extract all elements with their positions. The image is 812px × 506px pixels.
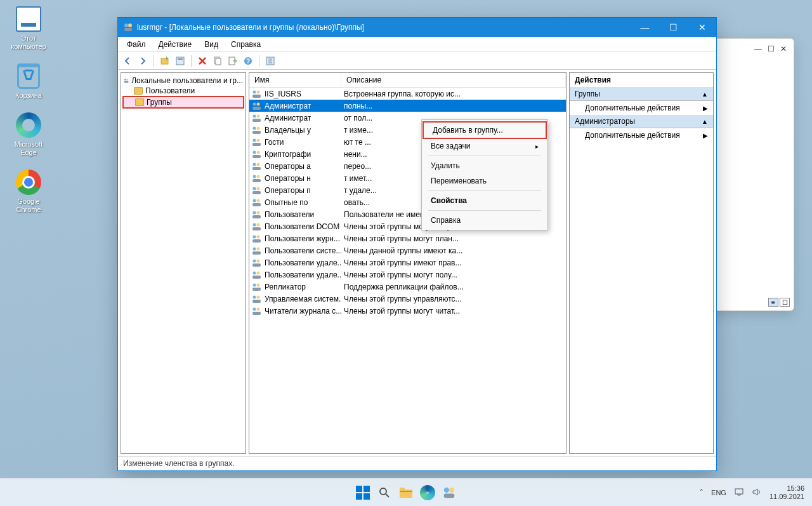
svg-point-76 <box>444 487 449 492</box>
svg-text:?: ? <box>246 58 250 65</box>
group-icon <box>252 295 262 303</box>
search-button[interactable] <box>376 484 393 502</box>
titlebar[interactable]: lusrmgr - [Локальные пользователи и груп… <box>118 18 716 37</box>
desktop-icon-chrome[interactable]: GoogleChrome <box>6 170 51 214</box>
actions-more-1[interactable]: Дополнительные действия▶ <box>570 101 713 115</box>
help-button[interactable]: ? <box>241 54 255 68</box>
edge-icon <box>16 112 41 138</box>
list-row[interactable]: Администратполны... <box>249 100 566 112</box>
menu-action[interactable]: Действие <box>154 39 197 50</box>
language-indicator[interactable]: ENG <box>711 489 726 496</box>
group-icon <box>252 270 262 279</box>
svg-rect-2 <box>124 28 132 31</box>
context-item[interactable]: Добавить в группу... <box>422 121 547 139</box>
refresh-button[interactable] <box>263 54 277 68</box>
clock[interactable]: 15:36 11.09.2021 <box>769 484 804 501</box>
folder-icon <box>134 87 143 95</box>
svg-rect-78 <box>444 493 455 498</box>
svg-rect-41 <box>252 191 261 194</box>
properties-button[interactable] <box>173 54 187 68</box>
view-list[interactable]: ☐ <box>780 298 790 307</box>
folder-icon <box>399 487 413 498</box>
network-icon[interactable] <box>734 488 744 498</box>
actions-header: Действия <box>570 73 713 88</box>
copy-button[interactable] <box>211 54 225 68</box>
minimize-button[interactable]: — <box>631 18 659 37</box>
list-row[interactable]: Читатели журнала с...Члены этой группы м… <box>249 305 566 317</box>
taskbar-edge[interactable] <box>419 484 436 502</box>
svg-rect-65 <box>252 288 261 291</box>
svg-point-19 <box>257 102 260 105</box>
svg-rect-75 <box>400 491 412 492</box>
group-icon <box>252 283 262 291</box>
actions-more-2[interactable]: Дополнительные действия▶ <box>570 128 713 142</box>
menu-help[interactable]: Справка <box>226 39 266 50</box>
minimize-button[interactable]: — <box>754 44 762 53</box>
recycle-bin-icon <box>17 63 40 89</box>
col-name[interactable]: Имя <box>249 73 341 87</box>
delete-button[interactable] <box>195 54 209 68</box>
tree-root[interactable]: Локальные пользователи и гр... <box>122 76 244 86</box>
group-icon <box>252 307 262 316</box>
svg-point-25 <box>257 126 260 130</box>
svg-rect-68 <box>252 300 261 303</box>
context-item[interactable]: Свойства <box>422 193 547 208</box>
group-icon <box>252 162 262 171</box>
menubar: Файл Действие Вид Справка <box>118 37 716 52</box>
view-details[interactable]: ≡ <box>768 298 778 307</box>
svg-rect-20 <box>252 107 261 110</box>
svg-rect-79 <box>735 489 743 494</box>
taskbar-lusrmgr[interactable] <box>440 484 458 502</box>
list-row[interactable]: Пользователи удале...Члены этой группы м… <box>249 269 566 281</box>
group-icon <box>252 126 262 135</box>
volume-icon[interactable] <box>752 488 762 498</box>
svg-point-21 <box>253 114 256 117</box>
actions-section-admins[interactable]: Администраторы▲ <box>570 115 713 128</box>
desktop-icon-edge[interactable]: MicrosoftEdge <box>6 112 51 157</box>
list-row[interactable]: Пользователи удале...Члены этой группы и… <box>249 256 566 269</box>
desktop-icon-recycle-bin[interactable]: Корзина <box>6 63 51 100</box>
svg-point-61 <box>257 271 260 274</box>
new-button[interactable] <box>158 54 172 68</box>
svg-point-1 <box>128 23 132 27</box>
svg-point-48 <box>253 223 256 226</box>
svg-point-28 <box>257 138 260 142</box>
actions-section-groups[interactable]: Группы▲ <box>570 88 713 101</box>
svg-point-60 <box>253 271 256 274</box>
context-item[interactable]: Удалить <box>422 158 547 173</box>
maximize-button[interactable]: ☐ <box>767 44 775 53</box>
svg-point-42 <box>253 199 256 202</box>
view-toggles: ≡ ☐ <box>768 298 790 307</box>
svg-rect-47 <box>252 215 261 218</box>
tray-chevron[interactable]: ˄ <box>700 488 704 496</box>
context-item[interactable]: Переименовать <box>422 173 547 189</box>
export-button[interactable] <box>226 54 240 68</box>
svg-point-52 <box>257 235 260 238</box>
maximize-button[interactable]: ☐ <box>659 18 688 37</box>
menu-view[interactable]: Вид <box>199 39 223 50</box>
list-row[interactable]: РепликаторПоддержка репликации файлов... <box>249 281 566 293</box>
svg-rect-23 <box>252 119 261 122</box>
context-item[interactable]: Все задачи <box>422 138 547 154</box>
list-row[interactable]: Пользователи систе...Члены данной группы… <box>249 244 566 256</box>
tree-groups[interactable]: Группы <box>122 96 244 109</box>
tree-users[interactable]: Пользователи <box>122 86 244 96</box>
back-button[interactable] <box>121 54 134 68</box>
menu-file[interactable]: Файл <box>122 39 151 50</box>
group-icon <box>252 102 262 110</box>
svg-point-31 <box>257 150 260 154</box>
close-button[interactable]: ✕ <box>688 18 716 37</box>
taskbar-explorer[interactable] <box>397 484 415 502</box>
lusrmgr-window: lusrmgr - [Локальные пользователи и груп… <box>117 17 717 471</box>
col-desc[interactable]: Описание <box>341 73 566 87</box>
list-row[interactable]: Управляемая систем...Члены этой группы у… <box>249 293 566 305</box>
list-row[interactable]: Пользователи журн...Члены этой группы мо… <box>249 232 566 244</box>
forward-button[interactable] <box>136 54 150 68</box>
taskbar: ˄ ENG 15:36 11.09.2021 <box>0 478 812 506</box>
desktop-icon-this-pc[interactable]: Этоткомпьютер <box>6 6 51 51</box>
start-button[interactable] <box>354 484 372 502</box>
close-button[interactable]: ✕ <box>780 44 787 53</box>
taskbar-right: ˄ ENG 15:36 11.09.2021 <box>700 484 812 501</box>
context-item[interactable]: Справка <box>422 213 547 228</box>
list-row[interactable]: IIS_IUSRSВстроенная группа, которую ис..… <box>249 88 566 100</box>
